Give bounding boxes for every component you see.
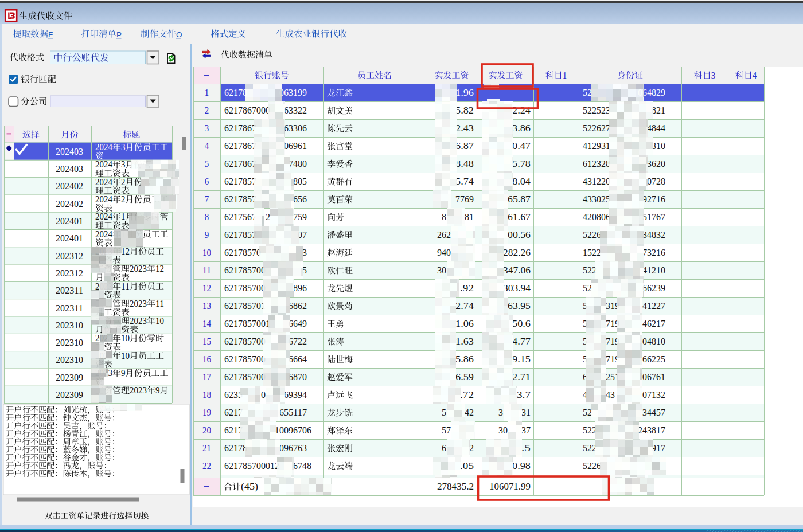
svg-text:1: 1 (563, 71, 567, 80)
svg-text:6217867: 6217867 (224, 123, 256, 134)
svg-text:759: 759 (293, 212, 307, 222)
svg-text:202403: 202403 (56, 146, 83, 157)
svg-text:(45): (45) (241, 482, 258, 492)
svg-text:3: 3 (121, 159, 126, 169)
svg-text:.92: .92 (460, 283, 474, 294)
svg-text:310: 310 (652, 140, 665, 151)
svg-text:20: 20 (202, 425, 211, 435)
svg-text:106071.99: 106071.99 (489, 481, 531, 492)
svg-text:262: 262 (437, 229, 451, 240)
svg-text:5.82: 5.82 (455, 105, 474, 116)
svg-text:202402: 202402 (56, 198, 83, 209)
svg-text:2: 2 (266, 212, 270, 222)
svg-text:4.77: 4.77 (512, 336, 531, 347)
svg-text:62178: 62178 (224, 443, 247, 453)
svg-text:50.6: 50.6 (512, 318, 531, 329)
svg-text:6235: 6235 (224, 389, 243, 400)
svg-text:11: 11 (121, 281, 130, 291)
svg-text:2023: 2023 (130, 299, 147, 308)
svg-text:3.86: 3.86 (512, 123, 531, 134)
svg-text:6217867000: 6217867000 (224, 105, 270, 116)
svg-text:5.78: 5.78 (512, 158, 531, 169)
svg-text:6649: 6649 (289, 318, 307, 329)
svg-text:4: 4 (753, 71, 757, 80)
svg-text:1.96: 1.96 (455, 87, 474, 98)
svg-text:522: 522 (583, 443, 597, 453)
svg-text:805: 805 (293, 176, 307, 187)
svg-text:412931: 412931 (583, 140, 610, 151)
svg-text:522523: 522523 (583, 105, 610, 116)
svg-text:8.48: 8.48 (455, 158, 474, 169)
svg-text:6217: 6217 (224, 407, 243, 418)
svg-text:621785700: 621785700 (224, 371, 266, 382)
svg-text:5226: 5226 (583, 229, 601, 240)
svg-text:61.67: 61.67 (508, 212, 531, 222)
svg-text:8.04: 8.04 (512, 176, 531, 187)
svg-text:16: 16 (202, 354, 211, 364)
svg-text:42: 42 (465, 407, 474, 418)
svg-text:6.59: 6.59 (455, 371, 474, 382)
svg-text:7769: 7769 (455, 194, 474, 205)
svg-text:420806: 420806 (583, 212, 610, 222)
svg-text:243817: 243817 (638, 425, 665, 436)
svg-text:2: 2 (121, 194, 126, 204)
svg-text:621785701: 621785701 (224, 300, 266, 311)
svg-text:202310: 202310 (56, 320, 83, 331)
svg-text:4844: 4844 (647, 123, 666, 134)
svg-text:34832: 34832 (642, 229, 665, 240)
svg-text:10: 10 (121, 351, 130, 361)
svg-text:12: 12 (155, 264, 164, 273)
svg-text:096763: 096763 (279, 443, 307, 453)
svg-text:202311: 202311 (56, 285, 83, 296)
svg-text:621785700: 621785700 (224, 265, 266, 276)
svg-text:9: 9 (121, 368, 126, 378)
svg-text:202312: 202312 (56, 268, 83, 279)
svg-text:6.87: 6.87 (455, 140, 474, 151)
svg-text:66239: 66239 (642, 283, 665, 294)
svg-text:2024: 2024 (95, 229, 112, 239)
svg-text:00.56: 00.56 (508, 229, 531, 240)
svg-text:6870: 6870 (289, 371, 307, 382)
svg-text:63322: 63322 (284, 105, 307, 116)
svg-text:522: 522 (583, 265, 597, 276)
svg-text:5.74: 5.74 (455, 176, 474, 187)
svg-text:34457: 34457 (642, 407, 665, 418)
svg-text:821: 821 (652, 105, 665, 116)
svg-text:9.15: 9.15 (512, 354, 531, 365)
svg-text:2.74: 2.74 (455, 300, 474, 311)
svg-text:1.06: 1.06 (455, 318, 474, 329)
svg-text:52: 52 (583, 407, 592, 418)
svg-text:621785700012: 621785700012 (224, 460, 279, 471)
svg-text:43: 43 (606, 389, 615, 400)
svg-text:303.94: 303.94 (503, 283, 531, 294)
svg-text:.05: .05 (460, 460, 474, 471)
svg-text:57: 57 (442, 425, 451, 436)
svg-text:896: 896 (293, 283, 307, 294)
svg-text:6722: 6722 (289, 336, 307, 347)
svg-text:5226: 5226 (583, 460, 601, 471)
svg-text:F: F (48, 30, 53, 39)
svg-text:278435.2: 278435.2 (437, 481, 474, 492)
svg-text:6217857: 6217857 (224, 229, 256, 240)
svg-text:62178: 62178 (224, 87, 247, 98)
svg-text:.72: .72 (460, 389, 474, 400)
svg-text:6217857001: 6217857001 (224, 318, 270, 329)
svg-text:2024: 2024 (95, 177, 112, 187)
svg-text:655117: 655117 (279, 407, 307, 418)
svg-text:14: 14 (202, 319, 211, 328)
svg-text:O: O (176, 30, 182, 39)
svg-text:0.47: 0.47 (512, 140, 531, 151)
svg-text:17: 17 (202, 372, 211, 382)
svg-text:51767: 51767 (642, 212, 665, 222)
svg-text:2023: 2023 (130, 264, 147, 273)
svg-text:15: 15 (202, 337, 211, 346)
svg-text:92716: 92716 (642, 194, 665, 205)
svg-text:202310: 202310 (56, 354, 83, 365)
svg-text:2: 2 (469, 443, 474, 453)
svg-text:31: 31 (521, 407, 531, 418)
svg-text:6: 6 (442, 443, 446, 453)
svg-text:18: 18 (202, 390, 211, 400)
svg-text:46217: 46217 (642, 318, 665, 329)
svg-text:30: 30 (437, 265, 446, 276)
svg-text:65.87: 65.87 (508, 194, 531, 205)
